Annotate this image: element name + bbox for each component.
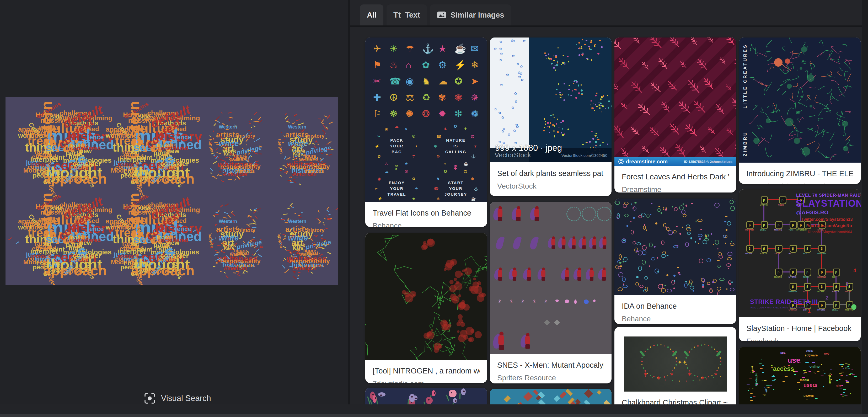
- pattern-dot: [597, 53, 599, 55]
- query-image[interactable]: Howeverchallengeoverwhelminginternetmass…: [5, 97, 338, 285]
- floral-ring: [718, 255, 723, 259]
- flower-center: [415, 397, 417, 399]
- tab-all[interactable]: All: [360, 4, 383, 25]
- pattern-dot: [568, 89, 570, 90]
- result-thumbnail[interactable]: ✶✶✶✶✶✶✦✦: [624, 336, 727, 392]
- sprite-body: [582, 239, 586, 245]
- cluster-glyph: ✪: [454, 124, 457, 129]
- node-label: MYSTIC: [817, 309, 825, 311]
- overlay-youtube: YouTube.com/AegisRo: [807, 224, 852, 228]
- pattern-dot: [562, 134, 564, 136]
- pattern-dot: [603, 95, 604, 95]
- result-card-nitrogen[interactable]: [Tool] NITROGEN , a random world gener…7…: [365, 233, 487, 383]
- result-title[interactable]: SNES - X-Men: Mutant Apocalypse - Mag…: [497, 361, 604, 369]
- sprite: [523, 333, 533, 349]
- visual-search-button[interactable]: Visual Search: [144, 392, 211, 405]
- result-card-travel[interactable]: ✈☀☂⚓★☕✉⚑♨⌂✿⚙⚡❄✂☎◉♞☁✪➤✚☮⚖♻✾❃✵⚐☸✺❂✹✻❁✈☂★✉♨…: [365, 37, 487, 227]
- wreath-star: ✶: [670, 371, 674, 378]
- travel-glyph: ✂: [373, 76, 381, 87]
- floral-ring: [623, 285, 628, 288]
- pattern-dot: [545, 121, 546, 122]
- cloud-word: history: [307, 133, 324, 139]
- cloud-dash: [218, 210, 219, 212]
- map-dash: [772, 380, 775, 381]
- map-dash: [759, 363, 762, 363]
- result-title[interactable]: Introducing ZIMBRU - THE ELECTRICITY …: [746, 170, 853, 178]
- result-thumbnail[interactable]: βMYSTICβTECHβBIOβSKILLβMYSTICβMUTANTβMYS…: [739, 189, 861, 317]
- sprite-legs: [602, 277, 606, 280]
- floral-dot: [713, 244, 714, 245]
- floral-ring: [638, 266, 642, 271]
- viewport-clip-band: [0, 405, 868, 414]
- pattern-dot: [553, 114, 554, 116]
- wreath-dot: [650, 347, 651, 348]
- floral-dot: [660, 212, 662, 214]
- result-card-vectorstock[interactable]: ✿✿✿✿✿✿✿✿✿✿✿✿✿✿✿✿✿✿✿✿✿✿✿✿✿✿✿✿✿✿✿✿✿✿Vector…: [490, 37, 612, 196]
- cluster-glyph: ⚓: [474, 186, 478, 191]
- result-thumbnail[interactable]: dreamstime.comID 125675838 © 2shoes4blue…: [614, 37, 736, 166]
- sprite-head: [542, 268, 545, 270]
- banner-credit: ID 125675838 © 2shoes4blues: [684, 160, 733, 163]
- result-title[interactable]: Travel Flat Icons on Behance: [373, 209, 479, 217]
- motif: ✿: [515, 99, 517, 103]
- map-word: web: [824, 352, 829, 355]
- cloud-dash: [284, 248, 287, 251]
- result-title[interactable]: SlayStation - Home | Facebook: [746, 324, 853, 333]
- result-thumbnail[interactable]: LITTLE CREATURESZIMBRU: [739, 37, 861, 162]
- wreath-dot: [720, 364, 721, 365]
- tab-similar-images[interactable]: Similar images: [430, 4, 511, 25]
- pattern-dot: [586, 40, 587, 41]
- pattern-dot: [554, 55, 555, 57]
- floral-dot: [665, 208, 667, 211]
- sprite-legs: [541, 277, 545, 280]
- side-text-top: LITTLE CREATURES: [743, 44, 748, 109]
- result-title[interactable]: Set of dark plants seamless pattern and …: [497, 169, 604, 178]
- cloud-dash: [220, 271, 222, 272]
- result-card-slaystation[interactable]: βMYSTICβTECHβBIOβSKILLβMYSTICβMUTANTβMYS…: [739, 189, 861, 341]
- cluster-glyph: ♞: [444, 127, 447, 131]
- motif: ✿: [513, 129, 516, 133]
- wreath-dot: [694, 375, 695, 377]
- floral-ring: [709, 288, 712, 293]
- pattern-dot: [572, 90, 573, 92]
- garland-dot: [658, 379, 659, 380]
- cloud-dash: [258, 153, 262, 154]
- result-thumbnail[interactable]: ✈☀☂⚓★☕✉⚑♨⌂✿⚙⚡❄✂☎◉♞☁✪➤✚☮⚖♻✾❃✵⚐☸✺❂✹✻❁✈☂★✉♨…: [365, 37, 487, 202]
- result-thumbnail[interactable]: [365, 233, 487, 360]
- cloud-dash: [326, 210, 329, 212]
- result-card-ida[interactable]: IDA on BehanceBehance: [614, 199, 736, 324]
- result-title[interactable]: [Tool] NITROGEN , a random world gener…: [373, 367, 479, 375]
- result-card-zimbru[interactable]: LITTLE CREATURESZIMBRUIntroducing ZIMBRU…: [739, 37, 861, 184]
- sprite-legs: [513, 277, 516, 280]
- result-title[interactable]: IDA on Behance: [622, 302, 729, 310]
- motif: ✿: [510, 38, 514, 42]
- pattern-dot: [558, 127, 560, 127]
- cluster-glyph: ☂: [414, 186, 418, 191]
- floral-dot: [683, 203, 684, 205]
- travel-glyph: ☂: [406, 43, 414, 54]
- cloud-dash: [284, 113, 287, 116]
- scrollbar-gutter[interactable]: [862, 0, 868, 414]
- floral-dot: [666, 255, 669, 256]
- result-title[interactable]: Forest Leaves And Herbs Dark Violet Ba…: [622, 173, 729, 181]
- map-word: users: [804, 382, 817, 388]
- cluster-label: NATUREISCALLING: [441, 138, 470, 154]
- result-thumbnail[interactable]: ✿✿✿✿✿✿✿✿✿✿✿✿✿✿✿✿✿✿✿✿✿✿✿✿✿✿✿✿✿✿✿✿✿✿Vector…: [490, 37, 612, 162]
- result-card-dreamstime[interactable]: dreamstime.comID 125675838 © 2shoes4blue…: [614, 37, 736, 192]
- cloud-dash: [286, 121, 290, 123]
- cluster-glyph: ❄: [436, 197, 440, 201]
- effect-spark: ✳: [521, 298, 525, 304]
- wreath-dot: [645, 351, 646, 352]
- cluster-glyph: ☀: [474, 144, 477, 149]
- result-thumbnail[interactable]: [614, 199, 736, 295]
- sprite: [581, 236, 588, 249]
- tab-text[interactable]: TtText: [386, 4, 427, 25]
- pattern-dot: [562, 63, 564, 64]
- cloud-dash: [220, 205, 223, 207]
- result-card-chalkboard[interactable]: ✶✶✶✶✶✶✦✦Chalkboard Christmas Clipart ~ I…: [614, 327, 736, 417]
- node-glyph: β: [821, 285, 823, 289]
- result-thumbnail[interactable]: ✳✳✳✳✳: [490, 202, 612, 354]
- sprite: [563, 268, 571, 281]
- result-card-snes[interactable]: ✳✳✳✳✳SNES - X-Men: Mutant Apocalypse - M…: [490, 202, 612, 383]
- node-glyph: β: [835, 270, 837, 274]
